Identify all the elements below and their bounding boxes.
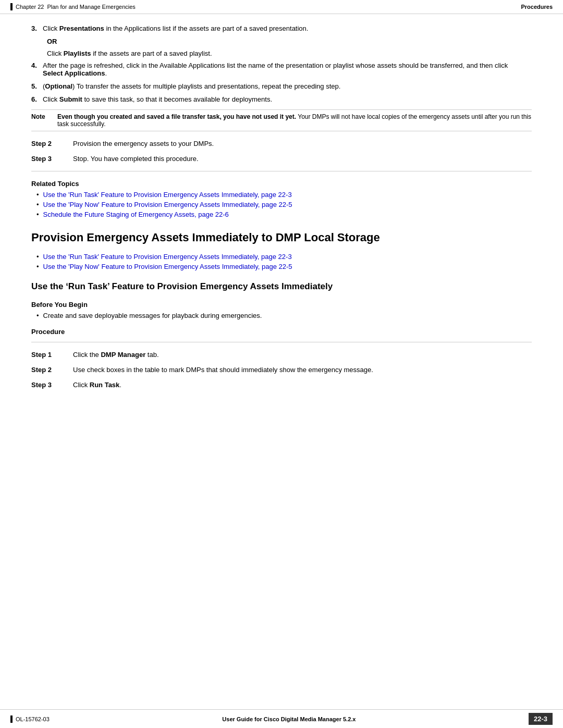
section-links-list: Use the 'Run Task' Feature to Provision … [31,253,532,270]
related-topics-list: Use the 'Run Task' Feature to Provision … [31,191,532,218]
proc-step-3-content: Click Run Task. [73,381,532,389]
step-3-block: 3. Click Presentations in the Applicatio… [31,24,532,32]
chapter-label: Chapter 22 [16,4,44,10]
footer-left: OL-15762-03 [10,715,50,723]
note-label: Note [31,113,52,128]
before-you-begin-title: Before You Begin [31,301,532,309]
proc-step-1: Step 1 Click the DMP Manager tab. [31,349,532,361]
playlists-para: Click Playlists if the assets are part o… [47,50,532,57]
big-step-2-content: Provision the emergency assets to your D… [73,140,532,147]
step-3-body: Click Presentations in the Applications … [43,24,532,32]
step-5-body: (Optional) To transfer the assets for mu… [43,82,532,90]
presentations-bold: Presentations [59,24,104,32]
before-you-begin-list: Create and save deployable messages for … [31,312,532,319]
page-header: Chapter 22 Plan for and Manage Emergenci… [0,0,563,14]
related-link-2-anchor[interactable]: Use the 'Play Now' Feature to Provision … [43,201,292,208]
page-footer: OL-15762-03 User Guide for Cisco Digital… [0,709,563,728]
header-left: Chapter 22 Plan for and Manage Emergenci… [10,3,136,10]
select-applications-bold: Select Applications [43,69,105,77]
step-6-num: 6. [31,95,43,103]
step-4-block: 4. After the page is refreshed, click in… [31,61,532,77]
footer-center: User Guide for Cisco Digital Media Manag… [222,716,356,722]
proc-step-3: Step 3 Click Run Task. [31,379,532,391]
footer-bar-icon [10,715,13,723]
related-link-3: Schedule the Future Staging of Emergency… [36,211,532,218]
related-link-1: Use the 'Run Task' Feature to Provision … [36,191,532,199]
big-step-3-content: Stop. You have completed this procedure. [73,155,532,163]
header-bar-icon [10,3,13,10]
related-link-3-anchor[interactable]: Schedule the Future Staging of Emergency… [43,211,229,218]
step-4-body: After the page is refreshed, click in th… [43,61,532,77]
related-topics-title: Related Topics [31,180,532,188]
sub-heading: Use the ‘Run Task’ Feature to Provision … [31,281,532,292]
proc-step-2-label: Step 2 [31,366,73,374]
section-heading: Provision Emergency Assets Immediately t… [31,231,532,244]
proc-step-2: Step 2 Use check boxes in the table to m… [31,364,532,376]
big-step-3-label: Step 3 [31,155,73,163]
note-text: Even though you created and saved a file… [57,113,532,128]
related-link-1-anchor[interactable]: Use the 'Run Task' Feature to Provision … [43,191,292,199]
main-content: 3. Click Presentations in the Applicatio… [0,14,563,404]
proc-step-3-label: Step 3 [31,381,73,389]
divider-2 [31,342,532,342]
step-6-block: 6. Click Submit to save this task, so th… [31,95,532,103]
proc-step-1-content: Click the DMP Manager tab. [73,351,532,359]
related-topics: Related Topics Use the 'Run Task' Featur… [31,180,532,218]
before-you-begin-text: Create and save deployable messages for … [43,312,262,319]
run-task-bold: Run Task [90,381,120,389]
step-5-block: 5. (Optional) To transfer the assets for… [31,82,532,90]
playlists-bold: Playlists [64,50,91,57]
section-link-2: Use the 'Play Now' Feature to Provision … [36,263,532,270]
related-link-2: Use the 'Play Now' Feature to Provision … [36,201,532,208]
optional-bold: Optional [45,82,72,90]
divider-1 [31,171,532,171]
procedures-label: Procedures [521,4,553,10]
chapter-title: Plan for and Manage Emergencies [47,4,135,10]
section-link-1-anchor[interactable]: Use the 'Run Task' Feature to Provision … [43,253,292,261]
section-link-1: Use the 'Run Task' Feature to Provision … [36,253,532,261]
big-step-3: Step 3 Stop. You have completed this pro… [31,153,532,165]
procedure-label: Procedure [31,328,532,336]
before-you-begin: Before You Begin Create and save deploya… [31,301,532,319]
footer-doc-number: OL-15762-03 [16,716,50,722]
step-4-num: 4. [31,61,43,77]
or-label: OR [47,38,532,45]
step-3-num: 3. [31,24,43,32]
before-you-begin-item: Create and save deployable messages for … [36,312,532,319]
big-step-2-label: Step 2 [31,140,73,147]
big-step-2: Step 2 Provision the emergency assets to… [31,138,532,150]
step-5-num: 5. [31,82,43,90]
note-bold: Even though you created and saved a file… [57,113,296,120]
section-link-2-anchor[interactable]: Use the 'Play Now' Feature to Provision … [43,263,292,270]
dmp-manager-bold: DMP Manager [101,351,145,359]
proc-step-1-label: Step 1 [31,351,73,359]
proc-step-2-content: Use check boxes in the table to mark DMP… [73,366,532,374]
note-block: Note Even though you created and saved a… [31,109,532,131]
step-6-body: Click Submit to save this task, so that … [43,95,532,103]
submit-bold: Submit [59,95,82,103]
footer-page-number: 22-3 [529,713,553,725]
